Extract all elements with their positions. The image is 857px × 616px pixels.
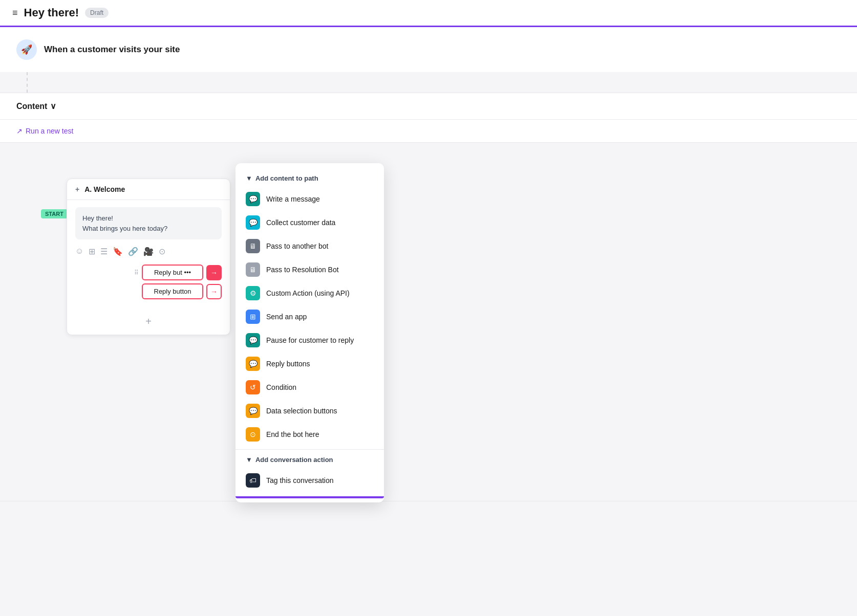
send-app-icon: ⊞ bbox=[246, 310, 260, 324]
reply-buttons-icon: 💬 bbox=[246, 357, 260, 371]
pause-reply-label: Pause for customer to reply bbox=[266, 336, 354, 344]
section1-title-text: Add content to path bbox=[255, 174, 318, 182]
collect-data-icon: 💬 bbox=[246, 215, 260, 230]
run-test-label: Run a new test bbox=[26, 127, 73, 135]
add-content-dropdown: ▼ Add content to path 💬 Write a message … bbox=[235, 163, 384, 502]
content-section: Content ∨ ↗ Run a new test START + A. We… bbox=[0, 93, 857, 501]
message-bubble: Hey there! What brings you here today? bbox=[75, 207, 222, 239]
message-toolbar: ☺ ⊞ ☰ 🔖 🔗 🎥 ⊙ bbox=[75, 245, 222, 261]
run-test-link[interactable]: ↗ Run a new test bbox=[16, 127, 841, 135]
page-title: Hey there! bbox=[24, 6, 79, 19]
menu-item-reply-buttons[interactable]: 💬 Reply buttons bbox=[235, 352, 384, 376]
section2-caret-icon: ▼ bbox=[246, 456, 252, 464]
card-header: + A. Welcome bbox=[67, 179, 230, 200]
card-footer: + bbox=[67, 312, 230, 335]
pause-reply-icon: 💬 bbox=[246, 333, 260, 347]
data-selection-icon: 💬 bbox=[246, 404, 260, 418]
dropdown-section2-title: ▼ Add conversation action bbox=[235, 453, 384, 469]
custom-action-icon: ⚙ bbox=[246, 286, 260, 300]
content-caret-icon: ∨ bbox=[50, 101, 56, 111]
send-app-label: Send an app bbox=[266, 313, 307, 321]
menu-item-pause-reply[interactable]: 💬 Pause for customer to reply bbox=[235, 328, 384, 352]
card-body: Hey there! What brings you here today? ☺… bbox=[67, 200, 230, 312]
end-bot-icon: ⊙ bbox=[246, 427, 260, 442]
top-bar: ≡ Hey there! Draft bbox=[0, 0, 857, 27]
resolution-bot-label: Pass to Resolution Bot bbox=[266, 266, 339, 274]
emoji-icon[interactable]: ☺ bbox=[75, 247, 83, 256]
flow-card: + A. Welcome Hey there! What brings you … bbox=[67, 179, 230, 335]
resolution-bot-icon: 🖥 bbox=[246, 262, 260, 277]
menu-item-collect-data[interactable]: 💬 Collect customer data bbox=[235, 211, 384, 234]
menu-item-resolution-bot[interactable]: 🖥 Pass to Resolution Bot bbox=[235, 258, 384, 281]
menu-item-send-app[interactable]: ⊞ Send an app bbox=[235, 305, 384, 328]
dropdown-section1-title: ▼ Add content to path bbox=[235, 171, 384, 187]
menu-item-end-bot[interactable]: ⊙ End the bot here bbox=[235, 423, 384, 446]
data-selection-label: Data selection buttons bbox=[266, 407, 337, 415]
menu-item-custom-action[interactable]: ⚙ Custom Action (using API) bbox=[235, 281, 384, 305]
card-add-icon[interactable]: + bbox=[75, 185, 79, 193]
content-label: Content bbox=[16, 102, 47, 111]
start-badge: START bbox=[41, 209, 68, 218]
drag-handle-1[interactable]: ⠿ bbox=[134, 269, 139, 276]
content-header[interactable]: Content ∨ bbox=[0, 93, 857, 120]
reply-but-button[interactable]: Reply but ••• bbox=[142, 265, 203, 280]
video-icon[interactable]: 🎥 bbox=[143, 247, 154, 256]
collect-data-label: Collect customer data bbox=[266, 218, 335, 227]
grid-icon[interactable]: ⊞ bbox=[89, 247, 95, 256]
section1-caret-icon: ▼ bbox=[246, 174, 252, 182]
pass-bot-label: Pass to another bot bbox=[266, 242, 328, 250]
message-line1: Hey there! bbox=[82, 213, 215, 224]
more-icon[interactable]: ⊙ bbox=[159, 247, 165, 256]
reply-but-arrow[interactable]: → bbox=[206, 265, 222, 280]
card-step-label: A. Welcome bbox=[84, 185, 125, 193]
custom-action-label: Custom Action (using API) bbox=[266, 289, 350, 297]
run-test-bar: ↗ Run a new test bbox=[0, 120, 857, 143]
tag-conversation-label: Tag this conversation bbox=[266, 476, 334, 485]
reply-buttons-label: Reply buttons bbox=[266, 360, 310, 368]
reply-button-button[interactable]: Reply button bbox=[142, 283, 203, 299]
canvas-area: START + A. Welcome Hey there! What bring… bbox=[0, 143, 857, 501]
bookmark-icon[interactable]: 🔖 bbox=[113, 247, 123, 256]
menu-item-tag-conversation[interactable]: 🏷 Tag this conversation bbox=[235, 469, 384, 492]
write-message-label: Write a message bbox=[266, 195, 320, 203]
trigger-section: 🚀 When a customer visits your site bbox=[0, 27, 857, 72]
reply-buttons-container: ⠿ Reply but ••• → Reply button → bbox=[75, 261, 222, 304]
reply-button-row-2: Reply button → bbox=[142, 283, 222, 299]
add-step-button[interactable]: + bbox=[145, 316, 152, 327]
tag-conversation-icon: 🏷 bbox=[246, 473, 260, 488]
section2-title-text: Add conversation action bbox=[255, 456, 333, 464]
menu-item-condition[interactable]: ↺ Condition bbox=[235, 376, 384, 399]
draft-badge: Draft bbox=[85, 8, 109, 18]
menu-item-write-message[interactable]: 💬 Write a message bbox=[235, 187, 384, 211]
write-message-icon: 💬 bbox=[246, 192, 260, 206]
dropdown-divider bbox=[235, 449, 384, 450]
reply-button-arrow[interactable]: → bbox=[206, 284, 222, 299]
trigger-text: When a customer visits your site bbox=[44, 45, 180, 55]
trigger-icon: 🚀 bbox=[16, 39, 37, 60]
hamburger-icon[interactable]: ≡ bbox=[12, 8, 18, 18]
condition-icon: ↺ bbox=[246, 380, 260, 394]
reply-button-row-1: ⠿ Reply but ••• → bbox=[134, 265, 222, 280]
menu-item-pass-bot[interactable]: 🖥 Pass to another bot bbox=[235, 234, 384, 258]
message-line2: What brings you here today? bbox=[82, 224, 215, 234]
dropdown-bottom-bar bbox=[235, 496, 384, 498]
list-icon[interactable]: ☰ bbox=[100, 247, 108, 256]
dashed-line-divider bbox=[27, 72, 28, 93]
pass-bot-icon: 🖥 bbox=[246, 239, 260, 253]
run-test-icon: ↗ bbox=[16, 127, 23, 135]
attachment-icon[interactable]: 🔗 bbox=[128, 247, 138, 256]
end-bot-label: End the bot here bbox=[266, 430, 319, 438]
menu-item-data-selection[interactable]: 💬 Data selection buttons bbox=[235, 399, 384, 423]
condition-label: Condition bbox=[266, 383, 296, 391]
